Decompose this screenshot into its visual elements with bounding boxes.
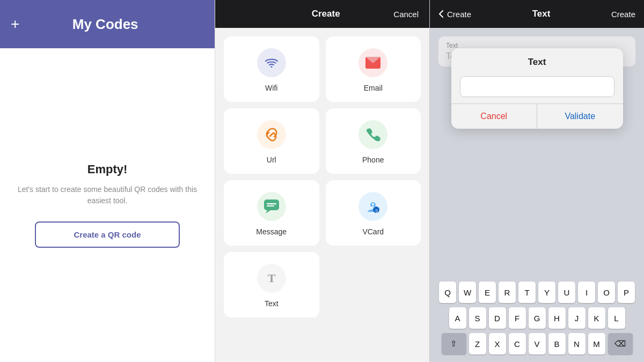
key-y[interactable]: Y [538,282,555,303]
empty-title: Empty! [87,162,128,176]
grid-item-phone[interactable]: Phone [326,108,421,174]
key-t[interactable]: T [518,282,536,303]
email-icon [358,48,387,77]
create-qr-button[interactable]: Create a QR code [35,221,180,248]
svg-marker-5 [266,210,270,213]
grid-item-email[interactable]: Email [326,36,421,102]
middle-panel: Create Cancel Wifi [215,0,429,362]
modal-text-input[interactable] [460,76,614,97]
vcard-icon: :) [358,192,387,221]
key-z[interactable]: Z [469,333,486,354]
key-delete[interactable]: ⌫ [608,333,633,354]
key-j[interactable]: J [568,307,586,329]
url-label: Url [267,156,276,164]
right-panel: Create Text Create Text Text Text Cancel… [429,0,644,362]
svg-point-8 [267,203,269,205]
keyboard: Q W E R T Y U I O P A S D F G H J K L ⇧ … [430,277,644,362]
url-icon [257,120,286,149]
svg-point-9 [270,203,272,205]
key-v[interactable]: V [529,333,546,354]
key-f[interactable]: F [509,307,526,329]
modal-dialog: Text Cancel Validate [451,48,623,129]
svg-rect-4 [264,200,279,210]
grid-item-wifi[interactable]: Wifi [224,36,319,102]
message-icon [257,192,286,221]
keyboard-row-3: ⇧ Z X C V B N M ⌫ [432,333,642,354]
modal-actions: Cancel Validate [451,104,623,129]
grid-item-url[interactable]: Url [224,108,319,174]
svg-point-0 [270,66,272,68]
key-c[interactable]: C [509,333,526,354]
empty-subtitle: Let's start to create some beautiful QR … [11,184,204,206]
key-l[interactable]: L [608,307,625,329]
right-header: Create Text Create [430,0,644,28]
keyboard-row-1: Q W E R T Y U I O P [432,282,642,303]
key-b[interactable]: B [548,333,566,354]
keyboard-row-2: A S D F G H J K L [432,307,642,329]
page-title: My Codes [72,16,138,33]
middle-header: Create Cancel [215,0,429,28]
key-shift[interactable]: ⇧ [442,333,466,354]
left-body: Empty! Let's start to create some beauti… [0,48,215,362]
key-m[interactable]: M [588,333,605,354]
middle-cancel-button[interactable]: Cancel [393,10,419,19]
key-i[interactable]: I [578,282,595,303]
grid-item-text[interactable]: T Text [224,252,319,317]
vcard-label: VCard [362,227,384,236]
email-label: Email [364,84,383,92]
key-a[interactable]: A [449,307,466,329]
phone-icon [358,120,387,149]
grid-item-message[interactable]: Message [224,180,319,246]
add-button[interactable]: + [11,16,19,33]
key-h[interactable]: H [548,307,566,329]
modal-title: Text [451,48,623,76]
svg-text:T: T [267,271,275,285]
text-label: Text [265,299,279,308]
key-q[interactable]: Q [439,282,456,303]
left-header: + My Codes [0,0,215,48]
wifi-icon [257,48,286,77]
svg-point-13 [372,203,374,205]
middle-header-title: Create [312,9,340,19]
modal-overlay: Text Cancel Validate [430,32,644,129]
key-e[interactable]: E [479,282,496,303]
right-create-button[interactable]: Create [611,10,635,19]
back-button[interactable]: Create [438,10,471,19]
svg-text::): :) [375,208,378,213]
phone-label: Phone [362,156,384,164]
key-k[interactable]: K [588,307,605,329]
svg-point-10 [274,203,275,205]
middle-grid: Wifi Email Url [215,28,429,326]
left-panel: + My Codes Empty! Let's start to create … [0,0,215,362]
key-s[interactable]: S [469,307,486,329]
key-o[interactable]: O [598,282,615,303]
key-r[interactable]: R [499,282,516,303]
grid-item-vcard[interactable]: :) VCard [326,180,421,246]
message-label: Message [256,227,287,236]
modal-cancel-button[interactable]: Cancel [451,104,538,129]
wifi-label: Wifi [265,84,277,92]
text-icon: T [257,264,286,293]
key-p[interactable]: P [618,282,635,303]
modal-validate-button[interactable]: Validate [537,104,623,129]
key-n[interactable]: N [568,333,586,354]
key-d[interactable]: D [489,307,506,329]
key-x[interactable]: X [489,333,506,354]
key-u[interactable]: U [558,282,575,303]
key-g[interactable]: G [529,307,546,329]
key-w[interactable]: W [459,282,476,303]
right-header-title: Text [532,9,551,19]
modal-input-wrap [451,76,623,104]
